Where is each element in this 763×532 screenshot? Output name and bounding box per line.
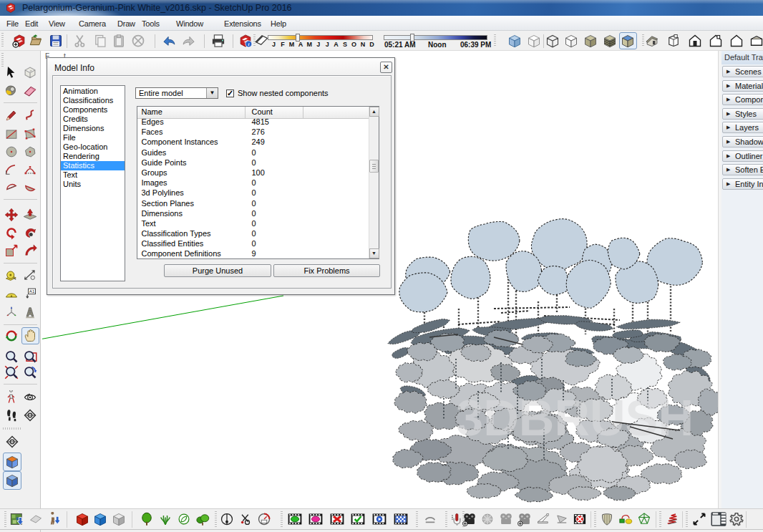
svg-text:i: i — [248, 42, 249, 47]
svg-text:3DBRUSH: 3DBRUSH — [456, 390, 694, 446]
svg-text:A1: A1 — [29, 289, 35, 294]
